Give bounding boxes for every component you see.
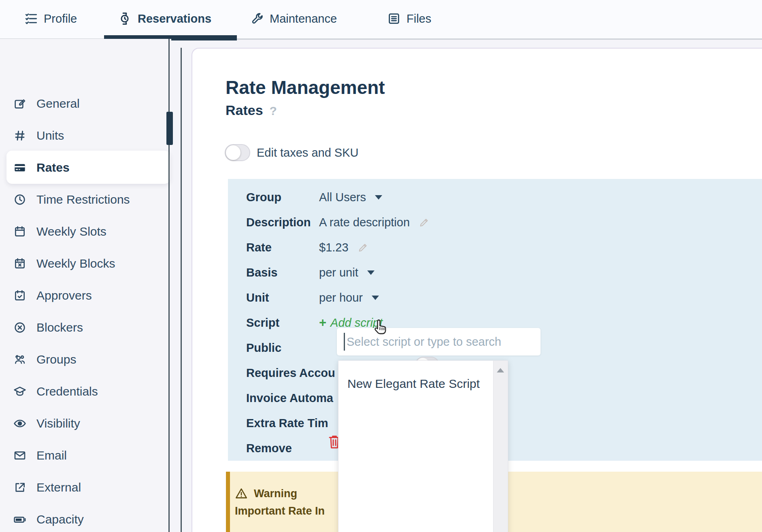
sidebar-item-label: Units xyxy=(36,129,64,143)
edit-square-icon xyxy=(13,97,26,110)
field-label: Requires Accou xyxy=(246,366,319,380)
sidebar-list: General Units Rates Time Restrictions We… xyxy=(0,87,171,532)
field-label: Public xyxy=(246,341,319,355)
help-icon[interactable]: ? xyxy=(270,104,277,118)
calendar-check-icon xyxy=(13,289,26,302)
chevron-down-icon[interactable] xyxy=(372,296,379,300)
tab-maintenance[interactable]: Maintenance xyxy=(250,0,337,37)
field-label: Unit xyxy=(246,291,319,304)
rates-section-header: Rates ? xyxy=(226,102,277,118)
page-title: Rate Management xyxy=(226,77,385,98)
sidebar-item-general[interactable]: General xyxy=(0,87,171,119)
sidebar-item-external[interactable]: External xyxy=(0,471,171,503)
script-search-placeholder: Select script or type to search xyxy=(347,328,501,355)
chevron-down-icon[interactable] xyxy=(367,270,375,275)
tab-profile[interactable]: Profile xyxy=(24,0,77,37)
content-scrollbar[interactable] xyxy=(181,48,182,532)
sidebar-item-visibility[interactable]: Visibility xyxy=(0,407,171,439)
toggle-knob xyxy=(226,145,241,160)
graduation-cap-icon xyxy=(13,385,26,398)
tab-label: Profile xyxy=(44,12,77,26)
sidebar-item-rates[interactable]: Rates xyxy=(0,151,171,183)
settings-sidebar: General Units Rates Time Restrictions We… xyxy=(0,39,171,532)
eye-icon xyxy=(13,417,26,430)
edit-taxes-toggle-row: Edit taxes and SKU xyxy=(225,144,358,161)
warning-triangle-icon xyxy=(235,487,248,500)
calendar-x-icon xyxy=(13,257,26,270)
top-tab-bar: Profile Reservations Maintenance Files xyxy=(0,0,762,39)
script-option[interactable]: New Elegant Rate Script xyxy=(347,377,480,391)
edit-taxes-label: Edit taxes and SKU xyxy=(257,146,358,160)
basis-value: per unit xyxy=(319,266,358,279)
clock-icon xyxy=(13,193,26,206)
sidebar-item-label: Email xyxy=(36,449,67,462)
sidebar-item-label: Blockers xyxy=(36,321,83,334)
sidebar-item-capacity[interactable]: Capacity xyxy=(0,503,171,532)
form-row-rate: Rate $1.23 xyxy=(228,235,762,260)
basis-select[interactable]: per unit xyxy=(319,266,375,279)
sidebar-item-label: Groups xyxy=(36,353,76,366)
field-label: Extra Rate Tim xyxy=(246,417,319,430)
sidebar-item-groups[interactable]: Groups xyxy=(0,343,171,375)
checklist-icon xyxy=(24,12,38,26)
unit-select[interactable]: per hour xyxy=(319,291,379,304)
pointer-hand-cursor xyxy=(371,317,389,337)
sidebar-item-label: Time Restrictions xyxy=(36,193,130,206)
hash-icon xyxy=(13,129,26,142)
form-row-unit: Unit per hour xyxy=(228,285,762,310)
sidebar-item-label: Visibility xyxy=(36,417,80,430)
script-options-dropdown: New Elegant Rate Script xyxy=(338,360,508,532)
circle-x-icon xyxy=(13,321,26,334)
sidebar-item-weekly-slots[interactable]: Weekly Slots xyxy=(0,215,171,247)
envelope-icon xyxy=(13,449,26,462)
credit-card-icon xyxy=(13,161,26,174)
sidebar-item-weekly-blocks[interactable]: Weekly Blocks xyxy=(0,247,171,279)
sidebar-item-blockers[interactable]: Blockers xyxy=(0,311,171,343)
form-row-group: Group All Users xyxy=(228,185,762,210)
tab-reservations[interactable]: Reservations xyxy=(117,0,211,37)
chevron-down-icon[interactable] xyxy=(375,195,382,200)
group-select[interactable]: All Users xyxy=(319,191,382,204)
field-label: Script xyxy=(246,316,319,330)
field-label: Description xyxy=(246,216,319,229)
sidebar-item-label: Capacity xyxy=(36,513,84,526)
sidebar-item-units[interactable]: Units xyxy=(0,119,171,151)
sidebar-item-label: Weekly Slots xyxy=(36,225,106,238)
plus-icon: + xyxy=(319,315,326,330)
watch-icon xyxy=(117,11,132,26)
form-row-description: Description A rate description xyxy=(228,210,762,235)
tab-label: Reservations xyxy=(138,12,211,26)
sidebar-item-label: Rates xyxy=(36,161,70,174)
edit-pencil-icon[interactable] xyxy=(419,217,430,228)
warning-title: Warning xyxy=(254,487,297,500)
external-link-icon xyxy=(13,481,26,494)
dropdown-scrollbar[interactable] xyxy=(493,361,508,532)
sidebar-item-approvers[interactable]: Approvers xyxy=(0,279,171,311)
scroll-up-arrow-icon[interactable] xyxy=(497,368,504,372)
field-label: Basis xyxy=(246,266,319,279)
unit-value: per hour xyxy=(319,291,363,304)
sidebar-item-label: External xyxy=(36,481,81,494)
sidebar-item-label: General xyxy=(36,97,80,111)
edit-taxes-toggle[interactable] xyxy=(225,144,250,161)
field-label: Group xyxy=(246,191,319,204)
tab-label: Files xyxy=(407,12,431,26)
edit-pencil-icon[interactable] xyxy=(358,242,369,253)
sidebar-item-time-restrictions[interactable]: Time Restrictions xyxy=(0,183,171,215)
active-item-indicator xyxy=(166,112,173,145)
group-value: All Users xyxy=(319,191,366,204)
sidebar-item-label: Credentials xyxy=(36,385,98,398)
people-icon xyxy=(13,353,26,366)
description-value: A rate description xyxy=(319,216,410,229)
calendar-icon xyxy=(13,225,26,238)
field-label: Invoice Automa xyxy=(246,392,319,405)
sidebar-item-label: Approvers xyxy=(36,289,92,302)
script-search-input[interactable]: Select script or type to search xyxy=(337,328,541,355)
sidebar-item-email[interactable]: Email xyxy=(0,439,171,471)
tab-files[interactable]: Files xyxy=(387,0,431,37)
field-label: Rate xyxy=(246,241,319,254)
tab-label: Maintenance xyxy=(270,12,337,26)
section-title: Rates xyxy=(226,102,263,118)
sidebar-item-credentials[interactable]: Credentials xyxy=(0,375,171,407)
document-list-icon xyxy=(387,12,401,26)
